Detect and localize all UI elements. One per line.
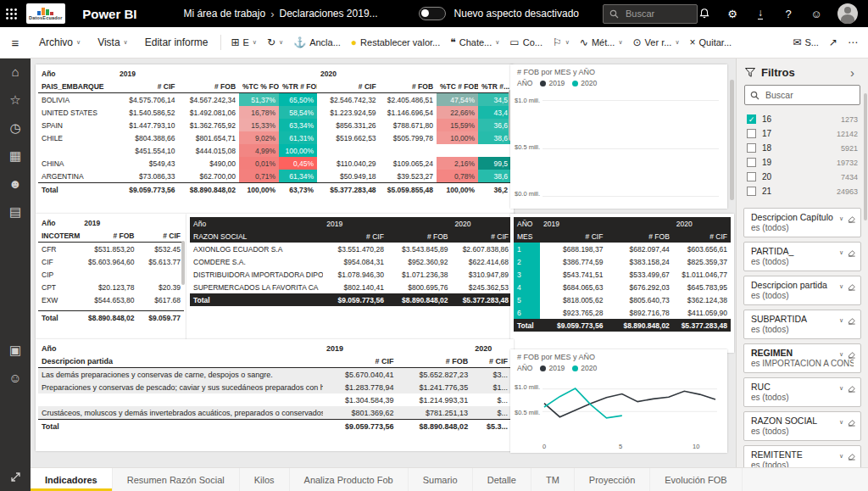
checkbox[interactable] [747, 187, 756, 196]
column-header[interactable]: %TC % FOB [239, 80, 279, 93]
chevron-down-icon[interactable]: ∨ [839, 453, 843, 460]
column-header[interactable]: Año [38, 67, 116, 80]
table-row[interactable]: CPT$20.123,78$20.39 [38, 281, 184, 293]
column-header[interactable]: # FOB [398, 354, 472, 368]
column-header[interactable]: Año [190, 217, 323, 230]
filter-search[interactable] [744, 85, 860, 105]
tab-tm[interactable]: TM [531, 468, 575, 491]
filter-value-row-18[interactable]: 185921 [747, 141, 858, 155]
table-total-row[interactable]: Total$9.059.773,56$8.890.848,02$5.377.28… [190, 293, 512, 306]
table-row[interactable]: 4$684.065,63$676.292,03$645.783,95 [514, 281, 731, 293]
tab-analiza-producto-fob[interactable]: Analiza Producto Fob [290, 468, 409, 491]
filter-card-ruc[interactable]: RUCes (todos)∨ [743, 377, 861, 407]
chevron-down-icon[interactable]: ∨ [839, 419, 843, 426]
canvas-scrollbar[interactable] [730, 80, 734, 200]
column-header[interactable]: INCOTERM [38, 229, 81, 243]
eraser-icon[interactable] [848, 381, 856, 396]
workspaces-icon[interactable]: ▣ [0, 336, 31, 364]
checkbox[interactable] [747, 172, 756, 181]
visual-descripcion-partida-table[interactable]: Año20192020Descripcion partida# CIF# FOB… [36, 339, 514, 451]
filter-value-row-19[interactable]: 1919732 [747, 155, 858, 170]
remove-button[interactable]: ×Quitar... [685, 27, 737, 58]
refresh-button[interactable]: ↻∨ [262, 27, 288, 58]
visual-incoterm-table[interactable]: Año2019INCOTERM# FOB# CIFCFR$531.853,20$… [36, 214, 186, 339]
tab-indicadores[interactable]: Indicadores [31, 468, 113, 491]
table-total-row[interactable]: Total$9.059.773,56$8.890.848,02$5.377.28… [514, 319, 731, 332]
filter-value-row-21[interactable]: 2124963 [747, 184, 858, 198]
visual-scrollbar[interactable] [181, 241, 185, 285]
menu-editar-informe[interactable]: Editar informe [136, 27, 217, 58]
eraser-icon[interactable] [848, 211, 856, 226]
chevron-down-icon[interactable]: ∨ [839, 249, 843, 256]
bookmark-button[interactable]: ⚐∨ [548, 27, 575, 58]
chevron-down-icon[interactable]: ∨ [839, 283, 843, 290]
column-header[interactable]: # CIF [451, 230, 512, 243]
menu-archivo[interactable]: Archivo∨ [31, 27, 89, 58]
filter-value-row-16[interactable]: ✓161273 [747, 112, 858, 126]
column-header[interactable]: 2020 [451, 217, 512, 230]
recent-icon[interactable]: ◷ [0, 114, 31, 142]
column-header[interactable]: # FOB [380, 80, 437, 93]
nav-pane-toggle-button[interactable]: ≡ [0, 27, 31, 58]
checkbox[interactable]: ✓ [747, 114, 756, 124]
avatar[interactable] [837, 3, 858, 24]
tab-proyeccion[interactable]: Proyección [575, 468, 650, 491]
column-header[interactable]: # CIF [323, 230, 387, 243]
line-plot-area[interactable] [541, 382, 719, 438]
column-header[interactable]: RAZON SOCIAL [190, 230, 323, 243]
filter-search-input[interactable] [764, 89, 852, 101]
column-header[interactable]: Año [38, 342, 323, 354]
table-row[interactable]: 5$818.005,62$805.640,73$362.124,38 [514, 293, 731, 306]
column-header[interactable]: 2019 [323, 342, 471, 354]
breadcrumb-workspace[interactable]: Mi área de trabajo [183, 8, 265, 20]
table-row[interactable]: Preparaciones y conservas de pescado; ca… [38, 381, 511, 393]
legend-item-2019[interactable]: 2019 [540, 79, 565, 87]
table-row[interactable]: EXW$544.653,80$617.68 [38, 293, 184, 306]
column-header[interactable]: # CIF [137, 229, 184, 243]
eraser-icon[interactable] [848, 279, 856, 294]
more-button[interactable]: ⋯ [843, 27, 863, 58]
column-header[interactable]: 2019 [81, 216, 184, 229]
reset-values-button[interactable]: ●Restablecer valor... [346, 27, 445, 58]
column-header[interactable]: 2019 [323, 217, 451, 230]
tab-evolucion-fob[interactable]: Evolución FOB [650, 468, 742, 491]
tab-kilos[interactable]: Kilos [240, 468, 290, 491]
column-header[interactable]: PAIS_EMBARQUE [38, 80, 116, 93]
checkbox[interactable] [747, 158, 756, 167]
checkbox[interactable] [747, 143, 756, 153]
column-header[interactable]: # FOB [387, 230, 452, 243]
table-row[interactable]: ARGENTINA$73.086,33$62.700,000,71%61,34%… [38, 170, 511, 183]
filter-card-descripcion-capitulo[interactable]: Descripcion Capítuloes (todos)∨ [743, 208, 861, 237]
view-related-button[interactable]: ⊙Ver r...∨ [628, 27, 685, 58]
anchor-button[interactable]: ⚓Ancla... [288, 27, 346, 58]
table-row[interactable]: COMDERE S.A.$954.084,31$952.360,92$622.4… [190, 255, 512, 268]
column-header[interactable]: # FOB [179, 80, 240, 93]
table-row[interactable]: CIP [38, 268, 184, 281]
table-row[interactable]: DISTRIBUIDORA IMPORTADORA DIPOR S.A$1.07… [190, 268, 512, 281]
filter-card-razon-social[interactable]: RAZON SOCIALes (todos)∨ [743, 411, 861, 441]
checkbox[interactable] [747, 129, 756, 138]
table-row[interactable]: Las demás preparaciones y conservas de c… [38, 368, 511, 382]
column-header[interactable]: 2019 [540, 217, 673, 230]
visual-mes-table[interactable]: AÑO20192020MES# CIF# FOB# CIF1$688.198,3… [510, 214, 734, 353]
column-header[interactable]: # CIF [323, 354, 398, 368]
eraser-icon[interactable] [848, 245, 856, 260]
chevron-down-icon[interactable]: ∨ [839, 351, 843, 358]
table-row[interactable]: UNITED STATES$1.540.586,52$1.492.081,061… [38, 106, 511, 119]
column-header[interactable]: 2020 [673, 217, 731, 230]
table-total-row[interactable]: Total$9.059.773,56$8.890.848,02100,00%63… [38, 183, 511, 197]
help-button[interactable]: ? [782, 7, 795, 20]
line-series-2019[interactable] [544, 391, 715, 416]
app-launcher-button[interactable] [0, 0, 23, 27]
table-row[interactable]: CHINA$549,43$490,000,01%0,45%$110.040,29… [38, 157, 511, 170]
column-header[interactable]: Descripcion partida [38, 354, 323, 368]
column-header[interactable]: 2019 [116, 67, 317, 80]
column-header[interactable]: 2020 [317, 67, 511, 80]
column-header[interactable]: # CIF [673, 230, 731, 243]
brand-logo[interactable]: DatosEcuador [26, 3, 66, 24]
table-row[interactable]: SPAIN$1.447.793,10$1.362.765,9215,33%63,… [38, 119, 511, 131]
table-row[interactable]: SUPERMERCADOS LA FAVORITA CA$802.140,41$… [190, 281, 512, 293]
column-header[interactable]: Año [38, 216, 81, 229]
collapse-filter-pane-button[interactable]: › [845, 65, 860, 80]
filter-card-partida[interactable]: PARTIDA_es (todos)∨ [743, 242, 861, 271]
